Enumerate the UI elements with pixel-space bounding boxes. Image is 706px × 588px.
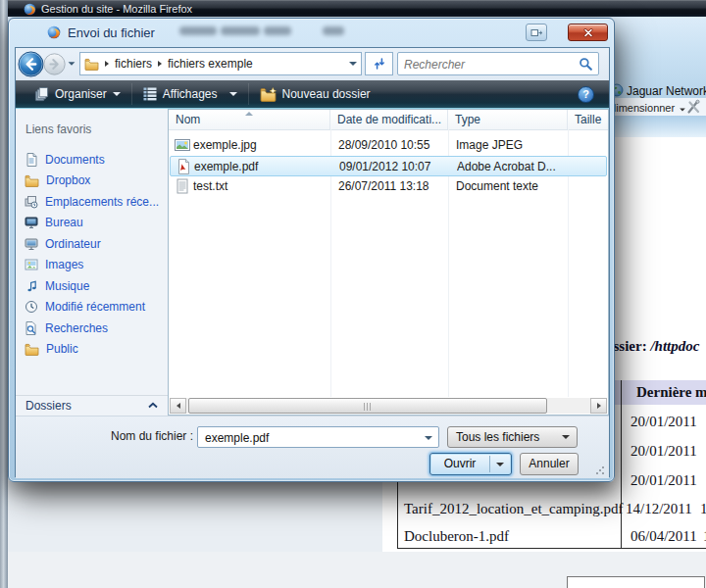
column-header-type[interactable]: Type <box>448 110 568 129</box>
horizontal-scrollbar[interactable] <box>170 398 607 414</box>
column-label: Date de modificati... <box>337 113 441 126</box>
firefox-icon <box>47 25 61 39</box>
sidebar-item-documents[interactable]: Documents <box>16 149 168 171</box>
dialog-titlebar[interactable]: Envoi du fichier <box>9 19 614 47</box>
current-folder-path: /httpdoc <box>650 338 699 354</box>
file-row-test-txt[interactable]: test.txt 26/07/2011 13:18 Document texte <box>170 176 607 197</box>
desktop-icon <box>25 216 38 229</box>
table-file-name[interactable]: Docluberon-1.pdf <box>404 522 509 550</box>
scrollbar-thumb[interactable] <box>188 398 547 414</box>
sidebar-item-label: Dropbox <box>46 173 90 187</box>
dialog-title: Envoi du fichier <box>68 25 155 40</box>
breadcrumb-item[interactable]: fichiers exemple <box>168 57 253 71</box>
crumb-separator-icon <box>158 61 162 67</box>
tools-icon[interactable] <box>685 99 702 115</box>
cancel-button[interactable]: Annuler <box>520 453 579 475</box>
table-file-date: 06/04/2011 <box>630 522 697 550</box>
sidebar-item-label: Emplacements réce... <box>45 195 159 209</box>
back-button[interactable] <box>18 51 44 77</box>
filename-input[interactable] <box>203 429 418 447</box>
site-link-label: Jaguar Network <box>627 84 706 98</box>
recent-pages-dropdown[interactable] <box>69 62 76 65</box>
new-folder-button[interactable]: Nouveau dossier <box>249 83 381 105</box>
firefox-titlebar[interactable]: Gestion du site - Mozilla Firefox <box>8 0 706 17</box>
close-button[interactable] <box>568 24 608 41</box>
views-icon <box>143 87 157 101</box>
chevron-down-icon[interactable] <box>425 436 432 440</box>
sort-ascending-icon <box>245 112 253 116</box>
table-date: 20/01/2011 <box>630 466 697 495</box>
filename-label: Nom du fichier : <box>94 429 193 443</box>
sidebar-item-label: Modifié récemment <box>45 300 145 314</box>
page-input-field[interactable] <box>567 576 705 588</box>
dialog-main: Liens favoris Documents Dropbox Emplacem… <box>16 109 609 416</box>
computer-icon <box>25 237 38 251</box>
refresh-button[interactable] <box>365 52 393 75</box>
table-column-divider <box>621 380 622 548</box>
sidebar-item-music[interactable]: Musique <box>16 275 168 297</box>
sidebar-item-dropbox[interactable]: Dropbox <box>16 171 168 192</box>
recent-places-icon <box>25 195 38 209</box>
folders-expander[interactable]: Dossiers <box>16 395 168 416</box>
folder-icon <box>84 58 99 71</box>
resize-link[interactable]: edimensionner <box>604 102 686 114</box>
views-menu[interactable]: Affichages <box>132 83 249 105</box>
file-type: Image JPEG <box>456 135 566 156</box>
column-header-size[interactable]: Taille <box>568 110 609 129</box>
table-file-name[interactable]: Tarif_2012_location_et_camping.pdf <box>404 495 623 522</box>
chevron-down-icon <box>229 92 237 96</box>
help-button[interactable]: ? <box>578 86 594 103</box>
sidebar-item-public[interactable]: Public <box>16 339 168 361</box>
search-icon[interactable] <box>579 57 593 72</box>
search-box <box>397 52 599 75</box>
help-icon: ? <box>582 88 589 100</box>
arrow-right-icon <box>597 403 601 409</box>
scroll-left-button[interactable] <box>170 398 186 414</box>
sidebar-item-images[interactable]: Images <box>16 255 168 276</box>
open-dropdown-icon[interactable] <box>496 463 504 466</box>
glass-blur-artifact <box>179 26 217 35</box>
table-date: 20/01/2011 <box>630 436 697 466</box>
music-icon <box>25 279 38 293</box>
file-name: test.txt <box>193 176 328 197</box>
forward-button[interactable] <box>43 53 66 75</box>
sidebar-item-label: Public <box>46 342 78 356</box>
window-title: Gestion du site - Mozilla Firefox <box>41 3 192 15</box>
filetype-select[interactable]: Tous les fichiers <box>447 426 578 448</box>
sidebar-item-desktop[interactable]: Bureau <box>16 213 168 234</box>
images-icon <box>25 258 38 271</box>
column-header-name[interactable]: Nom <box>169 110 330 129</box>
organize-icon <box>34 87 49 102</box>
sidebar-item-recently-modified[interactable]: Modifié récemment <box>16 297 168 318</box>
address-dropdown-icon[interactable] <box>349 62 357 66</box>
column-label: Type <box>455 113 480 126</box>
sidebar-item-computer[interactable]: Ordinateur <box>16 233 168 255</box>
resize-grip-icon[interactable] <box>595 466 605 475</box>
breadcrumb-item[interactable]: fichiers <box>115 57 152 71</box>
file-row-exemple-pdf-selected[interactable]: exemple.pdf 09/01/2012 10:07 Adobe Acrob… <box>170 156 607 176</box>
filetype-value: Tous les fichiers <box>456 430 539 444</box>
column-header-date[interactable]: Date de modificati... <box>330 110 448 129</box>
column-label: Taille <box>575 113 601 126</box>
sidebar-item-label: Ordinateur <box>45 237 101 251</box>
clock-icon <box>25 300 38 314</box>
split-divider <box>489 456 490 472</box>
text-file-icon <box>175 178 190 194</box>
sidebar-item-recent-places[interactable]: Emplacements réce... <box>16 191 168 213</box>
current-folder-line: ossier: /httpdoc <box>606 338 699 355</box>
open-button[interactable]: Ouvrir <box>429 453 512 475</box>
search-input[interactable] <box>402 55 573 74</box>
sidebar-item-searches[interactable]: Recherches <box>16 318 168 339</box>
breadcrumb[interactable]: fichiers fichiers exemple <box>79 52 362 75</box>
new-window-button[interactable] <box>526 24 547 41</box>
image-file-icon <box>175 137 190 153</box>
search-icon <box>25 321 38 335</box>
table-date: 20/01/2011 <box>630 407 697 436</box>
file-row-exemple-jpg[interactable]: exemple.jpg 28/09/2010 10:55 Image JPEG <box>170 135 607 156</box>
organize-menu[interactable]: Organiser <box>24 83 132 105</box>
scroll-right-button[interactable] <box>590 398 607 414</box>
file-name: exemple.pdf <box>194 157 329 177</box>
screen: { "window": { "title": "Gestion du site … <box>0 0 706 588</box>
chevron-down-icon <box>562 435 570 439</box>
folder-icon <box>25 343 39 356</box>
